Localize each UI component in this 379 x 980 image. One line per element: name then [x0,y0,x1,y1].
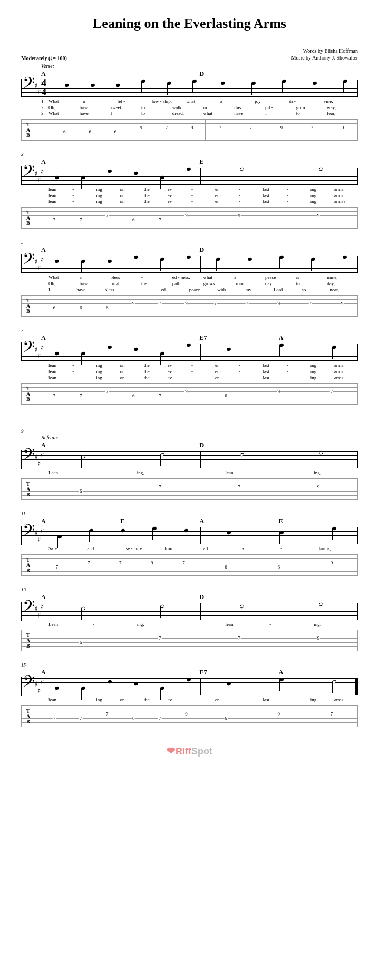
time-signature: 44 [42,79,46,96]
fret-number: 9 [341,301,344,306]
lyric-line: lean-ingontheev-er-last-ingarms. [41,375,358,381]
lyric-line: lean-ingontheev-er-last-ingarms. [41,362,358,369]
fret-number: 6 [114,129,118,134]
fret-number: 7 [218,125,222,130]
fret-number: 7 [105,389,109,394]
lyrics-block: Whatabless-ed - ness,whatapeaceismine,Oh… [41,275,358,293]
fret-number: 7 [79,393,83,398]
fret-number: 6 [79,305,83,310]
fret-number: 7 [105,711,109,717]
credits: Words by Elisha Hoffman Music by Anthony… [291,47,358,61]
lyric-line: Ihavebless-edpeacewithmyLordsonear, [41,287,358,293]
bass-clef-icon: 𝄢 [23,599,35,618]
music-system: 7AE7A𝄢♯♯♯lean-ingontheev-er-last-ingarms… [21,334,358,405]
lyric-line: lean-ingontheev-er-last-ingarms. [41,697,358,703]
music-credit: Music by Anthony J. Showalter [291,54,358,61]
chord-row: AD [41,442,358,449]
lyric-line: lean-ingontheev-er-last-ingarms. [41,193,358,199]
music-system: 5AD𝄢♯♯♯Whatabless-ed - ness,whatapeaceis… [21,246,358,317]
lyrics-block: Safeandse - curefromalla-larms; [41,546,358,552]
fret-number: 6 [277,564,281,570]
tablature: TAB77767999 [21,207,358,229]
fret-number: 6 [224,564,228,570]
lyric-line: lean-ingontheev-er-last-ingarms. [41,187,358,193]
heart-icon: ❤ [167,745,176,757]
chord-row: AE7A [41,669,358,676]
tablature: TAB6779 [21,478,358,501]
tab-label-icon: TAB [26,210,30,226]
fret-number: 7 [165,125,169,130]
tab-label-icon: TAB [26,557,30,573]
staff: 𝄢♯♯♯ [21,677,358,696]
lyrics-block: lean-ingontheev-er-last-ingarms.lean-ing… [41,362,358,381]
tab-label-icon: TAB [26,482,30,497]
tab-label-icon: TAB [26,122,30,138]
final-barline [356,678,358,695]
fret-number: 9 [132,301,135,306]
fret-number: 9 [184,389,188,394]
chord-row: AD [41,246,358,253]
measure-number: 11 [21,511,25,516]
lyric-line: Oh,howbrightthepathgrowsfromdaytoday, [41,281,358,287]
staff: 𝄢♯♯♯ [21,602,358,621]
fret-number: 7 [249,125,252,130]
lyric-line: Whatabless-ed - ness,whatapeaceismine, [41,275,358,281]
fret-number: 6 [53,305,56,310]
tab-label-icon: TAB [26,709,30,724]
fret-number: 7 [330,711,334,717]
fret-number: 7 [53,217,56,222]
lyric-line: Safeandse - curefromalla-larms; [41,546,358,552]
fret-number: 6 [79,488,83,494]
fret-number: 7 [79,716,83,721]
lyrics-block: 1.Whatafel -low - ship,whatajoydi -vine,… [41,99,358,117]
tempo-marking: Moderately (♩= 100) [21,55,67,61]
tab-label-icon: TAB [26,633,30,649]
tablature: TAB6779 [21,630,358,652]
lyric-line: Lean-ing,lean-ing, [41,470,358,476]
fret-number: 6 [132,716,135,721]
bass-clef-icon: 𝄢 [23,447,35,466]
section-refrain-label: Refrain: [41,435,358,440]
fret-number: 9 [237,213,241,218]
tablature: TAB777679697 [21,705,358,728]
tab-label-icon: TAB [26,298,30,314]
fret-number: 9 [317,484,320,489]
fret-number: 7 [87,560,91,565]
bass-clef-icon: 𝄢 [23,75,35,94]
fret-number: 9 [277,711,281,717]
fret-number: 6 [224,393,228,398]
chord-row: AEAE [41,517,358,525]
fret-number: 6 [63,129,66,134]
fret-number: 9 [190,125,194,130]
fret-number: 7 [158,393,162,398]
measure-number: 3 [21,152,24,157]
fret-number: 9 [280,125,284,130]
fret-number: 9 [317,213,320,218]
fret-number: 7 [182,560,186,565]
fret-number: 6 [132,393,135,398]
lyric-line: 1.Whatafel -low - ship,whatajoydi -vine, [41,99,358,105]
measure-number: 9 [21,428,24,434]
measure-number: 5 [21,240,24,245]
music-system: 11AEAE𝄢♯♯♯Safeandse - curefromalla-larms… [21,517,358,576]
music-system: 15AE7A𝄢♯♯♯lean-ingontheev-er-last-ingarm… [21,669,358,728]
staff: 𝄢♯♯♯ [21,342,358,361]
fret-number: 7 [158,635,162,641]
tablature: TAB66697977979 [21,119,358,141]
fret-number: 7 [53,393,56,398]
section-verse-label: Verse: [41,63,358,69]
staff: 𝄢♯♯♯ [21,526,358,545]
fret-number: 7 [53,716,56,721]
fret-number: 7 [309,301,313,306]
fret-number: 9 [277,389,281,394]
staff: 𝄢♯♯♯ [21,254,358,273]
fret-number: 7 [213,301,217,306]
fret-number: 7 [79,217,83,222]
fret-number: 9 [184,711,188,717]
fret-number: 7 [119,560,122,565]
fret-number: 7 [330,389,334,394]
lyrics-block: Lean-ing,lean-ing, [41,470,358,476]
staff: 𝄢♯♯♯44 [21,79,358,97]
measure-number: 15 [21,662,26,668]
lyric-line: 3.WhathaveItodread,whathaveItofear, [41,111,358,117]
